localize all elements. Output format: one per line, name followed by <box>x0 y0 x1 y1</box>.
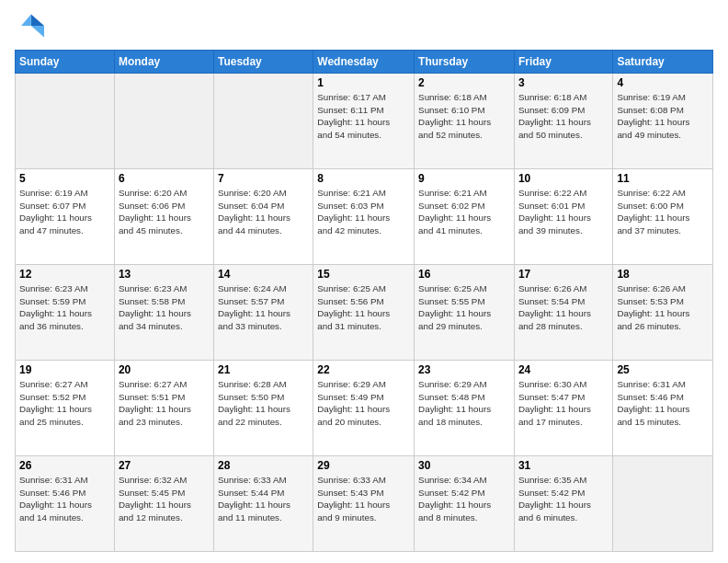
week-row-3: 12Sunrise: 6:23 AM Sunset: 5:59 PM Dayli… <box>16 265 713 361</box>
day-cell-3-6: 17Sunrise: 6:26 AM Sunset: 5:54 PM Dayli… <box>514 265 612 361</box>
day-info: Sunrise: 6:33 AM Sunset: 5:43 PM Dayligh… <box>317 474 410 524</box>
svg-marker-0 <box>31 15 44 26</box>
week-row-4: 19Sunrise: 6:27 AM Sunset: 5:52 PM Dayli… <box>16 361 713 456</box>
day-number: 8 <box>317 172 410 185</box>
day-number: 29 <box>317 459 410 472</box>
day-number: 4 <box>617 76 709 89</box>
day-cell-2-5: 9Sunrise: 6:21 AM Sunset: 6:02 PM Daylig… <box>415 169 515 265</box>
weekday-saturday: Saturday <box>613 51 713 74</box>
day-cell-5-5: 30Sunrise: 6:34 AM Sunset: 5:42 PM Dayli… <box>415 456 515 552</box>
day-number: 27 <box>119 459 210 472</box>
day-cell-2-7: 11Sunrise: 6:22 AM Sunset: 6:00 PM Dayli… <box>613 169 713 265</box>
week-row-5: 26Sunrise: 6:31 AM Sunset: 5:46 PM Dayli… <box>16 456 713 552</box>
day-number: 22 <box>317 363 410 376</box>
svg-marker-1 <box>31 26 44 37</box>
day-info: Sunrise: 6:17 AM Sunset: 6:11 PM Dayligh… <box>317 91 410 142</box>
day-info: Sunrise: 6:29 AM Sunset: 5:48 PM Dayligh… <box>418 378 510 429</box>
week-row-2: 5Sunrise: 6:19 AM Sunset: 6:07 PM Daylig… <box>16 169 713 265</box>
day-info: Sunrise: 6:18 AM Sunset: 6:09 PM Dayligh… <box>518 91 609 142</box>
day-number: 17 <box>518 268 609 281</box>
day-info: Sunrise: 6:24 AM Sunset: 5:57 PM Dayligh… <box>218 282 309 333</box>
day-cell-4-3: 21Sunrise: 6:28 AM Sunset: 5:50 PM Dayli… <box>213 361 313 456</box>
day-info: Sunrise: 6:27 AM Sunset: 5:52 PM Dayligh… <box>19 378 110 429</box>
day-info: Sunrise: 6:23 AM Sunset: 5:59 PM Dayligh… <box>19 282 110 333</box>
day-number: 21 <box>218 363 309 376</box>
weekday-thursday: Thursday <box>415 51 515 74</box>
day-info: Sunrise: 6:30 AM Sunset: 5:47 PM Dayligh… <box>518 378 609 429</box>
day-cell-1-6: 3Sunrise: 6:18 AM Sunset: 6:09 PM Daylig… <box>514 74 612 169</box>
day-cell-4-5: 23Sunrise: 6:29 AM Sunset: 5:48 PM Dayli… <box>415 361 515 456</box>
logo <box>15 11 50 40</box>
weekday-sunday: Sunday <box>16 51 115 74</box>
day-info: Sunrise: 6:18 AM Sunset: 6:10 PM Dayligh… <box>418 91 510 142</box>
day-info: Sunrise: 6:34 AM Sunset: 5:42 PM Dayligh… <box>418 474 510 524</box>
day-cell-3-4: 15Sunrise: 6:25 AM Sunset: 5:56 PM Dayli… <box>313 265 415 361</box>
day-info: Sunrise: 6:19 AM Sunset: 6:08 PM Dayligh… <box>617 91 709 142</box>
day-cell-5-7 <box>613 456 713 552</box>
day-cell-5-3: 28Sunrise: 6:33 AM Sunset: 5:44 PM Dayli… <box>213 456 313 552</box>
day-info: Sunrise: 6:23 AM Sunset: 5:58 PM Dayligh… <box>119 282 210 333</box>
day-cell-2-3: 7Sunrise: 6:20 AM Sunset: 6:04 PM Daylig… <box>213 169 313 265</box>
page-header <box>15 11 713 40</box>
day-cell-3-1: 12Sunrise: 6:23 AM Sunset: 5:59 PM Dayli… <box>16 265 115 361</box>
day-info: Sunrise: 6:19 AM Sunset: 6:07 PM Dayligh… <box>19 187 110 237</box>
day-number: 5 <box>19 172 110 185</box>
day-number: 24 <box>518 363 609 376</box>
day-number: 7 <box>218 172 309 185</box>
day-cell-1-5: 2Sunrise: 6:18 AM Sunset: 6:10 PM Daylig… <box>415 74 515 169</box>
day-number: 30 <box>418 459 510 472</box>
day-number: 11 <box>617 172 709 185</box>
day-number: 14 <box>218 268 309 281</box>
day-info: Sunrise: 6:27 AM Sunset: 5:51 PM Dayligh… <box>119 378 210 429</box>
day-info: Sunrise: 6:26 AM Sunset: 5:54 PM Dayligh… <box>518 282 609 333</box>
day-info: Sunrise: 6:25 AM Sunset: 5:55 PM Dayligh… <box>418 282 510 333</box>
day-cell-2-6: 10Sunrise: 6:22 AM Sunset: 6:01 PM Dayli… <box>514 169 612 265</box>
day-info: Sunrise: 6:21 AM Sunset: 6:02 PM Dayligh… <box>418 187 510 237</box>
day-cell-1-3 <box>213 74 313 169</box>
day-cell-3-5: 16Sunrise: 6:25 AM Sunset: 5:55 PM Dayli… <box>415 265 515 361</box>
day-number: 26 <box>19 459 110 472</box>
svg-marker-2 <box>21 15 31 26</box>
week-row-1: 1Sunrise: 6:17 AM Sunset: 6:11 PM Daylig… <box>16 74 713 169</box>
day-number: 31 <box>518 459 609 472</box>
day-info: Sunrise: 6:25 AM Sunset: 5:56 PM Dayligh… <box>317 282 410 333</box>
day-info: Sunrise: 6:26 AM Sunset: 5:53 PM Dayligh… <box>617 282 709 333</box>
day-cell-5-2: 27Sunrise: 6:32 AM Sunset: 5:45 PM Dayli… <box>114 456 213 552</box>
day-cell-1-4: 1Sunrise: 6:17 AM Sunset: 6:11 PM Daylig… <box>313 74 415 169</box>
logo-icon <box>15 11 44 40</box>
day-number: 1 <box>317 76 410 89</box>
day-info: Sunrise: 6:31 AM Sunset: 5:46 PM Dayligh… <box>19 474 110 524</box>
day-info: Sunrise: 6:31 AM Sunset: 5:46 PM Dayligh… <box>617 378 709 429</box>
day-info: Sunrise: 6:22 AM Sunset: 6:01 PM Dayligh… <box>518 187 609 237</box>
day-cell-1-1 <box>16 74 115 169</box>
day-info: Sunrise: 6:20 AM Sunset: 6:04 PM Dayligh… <box>218 187 309 237</box>
day-cell-3-3: 14Sunrise: 6:24 AM Sunset: 5:57 PM Dayli… <box>213 265 313 361</box>
day-info: Sunrise: 6:21 AM Sunset: 6:03 PM Dayligh… <box>317 187 410 237</box>
day-number: 18 <box>617 268 709 281</box>
weekday-monday: Monday <box>114 51 213 74</box>
day-number: 10 <box>518 172 609 185</box>
day-cell-3-2: 13Sunrise: 6:23 AM Sunset: 5:58 PM Dayli… <box>114 265 213 361</box>
day-cell-2-1: 5Sunrise: 6:19 AM Sunset: 6:07 PM Daylig… <box>16 169 115 265</box>
day-cell-2-2: 6Sunrise: 6:20 AM Sunset: 6:06 PM Daylig… <box>114 169 213 265</box>
day-info: Sunrise: 6:29 AM Sunset: 5:49 PM Dayligh… <box>317 378 410 429</box>
day-cell-4-1: 19Sunrise: 6:27 AM Sunset: 5:52 PM Dayli… <box>16 361 115 456</box>
day-cell-4-6: 24Sunrise: 6:30 AM Sunset: 5:47 PM Dayli… <box>514 361 612 456</box>
day-number: 6 <box>119 172 210 185</box>
day-info: Sunrise: 6:22 AM Sunset: 6:00 PM Dayligh… <box>617 187 709 237</box>
day-info: Sunrise: 6:33 AM Sunset: 5:44 PM Dayligh… <box>218 474 309 524</box>
day-cell-4-2: 20Sunrise: 6:27 AM Sunset: 5:51 PM Dayli… <box>114 361 213 456</box>
day-cell-4-7: 25Sunrise: 6:31 AM Sunset: 5:46 PM Dayli… <box>613 361 713 456</box>
day-number: 15 <box>317 268 410 281</box>
day-number: 25 <box>617 363 709 376</box>
day-number: 12 <box>19 268 110 281</box>
day-info: Sunrise: 6:28 AM Sunset: 5:50 PM Dayligh… <box>218 378 309 429</box>
day-cell-5-6: 31Sunrise: 6:35 AM Sunset: 5:42 PM Dayli… <box>514 456 612 552</box>
day-number: 28 <box>218 459 309 472</box>
day-info: Sunrise: 6:32 AM Sunset: 5:45 PM Dayligh… <box>119 474 210 524</box>
day-cell-5-4: 29Sunrise: 6:33 AM Sunset: 5:43 PM Dayli… <box>313 456 415 552</box>
calendar-table: SundayMondayTuesdayWednesdayThursdayFrid… <box>15 50 713 552</box>
day-number: 3 <box>518 76 609 89</box>
day-cell-1-2 <box>114 74 213 169</box>
weekday-friday: Friday <box>514 51 612 74</box>
